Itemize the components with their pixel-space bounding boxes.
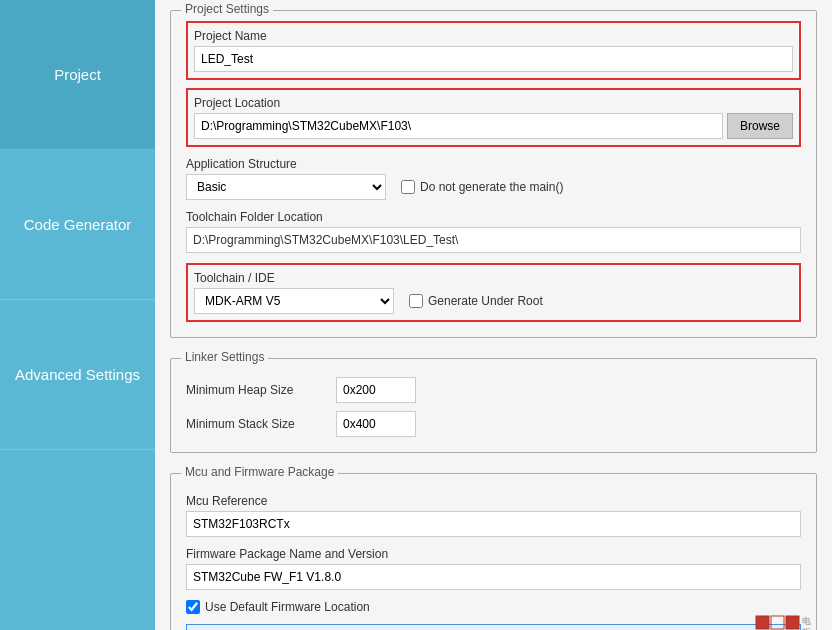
application-structure-group: Application Structure Basic Advanced Do … [186,157,801,200]
mcu-firmware-title: Mcu and Firmware Package [181,465,338,479]
application-structure-select[interactable]: Basic Advanced [186,174,386,200]
firmware-package-group: Firmware Package Name and Version [186,547,801,590]
toolchain-ide-label: Toolchain / IDE [194,271,793,285]
project-location-label: Project Location [194,96,793,110]
do-not-generate-checkbox-label[interactable]: Do not generate the main() [401,180,563,194]
toolchain-ide-row: MDK-ARM V5 MDK-ARM V4 EWARM SW4STM32 Tru… [194,288,793,314]
sidebar-item-label: Project [54,66,101,83]
sidebar-item-advanced-settings[interactable]: Advanced Settings [0,300,155,450]
svg-rect-1 [771,616,784,629]
sidebar-item-project[interactable]: Project [0,0,155,150]
toolchain-folder-group: Toolchain Folder Location [186,210,801,253]
min-stack-input[interactable] [336,411,416,437]
use-default-firmware-label[interactable]: Use Default Firmware Location [186,600,801,614]
sidebar-item-label: Code Generator [24,216,132,233]
do-not-generate-label: Do not generate the main() [420,180,563,194]
linker-settings-title: Linker Settings [181,350,268,364]
generate-under-root-text: Generate Under Root [428,294,543,308]
mcu-reference-group: Mcu Reference [186,494,801,537]
generate-under-root-label[interactable]: Generate Under Root [409,294,543,308]
project-settings-group: Project Settings Project Name Project Lo… [170,10,817,338]
generate-under-root-checkbox[interactable] [409,294,423,308]
application-structure-label: Application Structure [186,157,801,171]
firmware-package-label: Firmware Package Name and Version [186,547,801,561]
use-default-firmware-text: Use Default Firmware Location [205,600,370,614]
project-location-row: Browse [194,113,793,139]
do-not-generate-checkbox[interactable] [401,180,415,194]
mcu-reference-label: Mcu Reference [186,494,801,508]
project-location-highlighted: Project Location Browse [186,88,801,147]
toolchain-folder-input[interactable] [186,227,801,253]
watermark: 电板社区 [755,615,811,630]
watermark-text: 电板社区 [802,616,811,630]
use-default-firmware-group: Use Default Firmware Location [186,600,801,614]
sidebar: Project Code Generator Advanced Settings [0,0,155,630]
firmware-url-group [186,624,801,630]
linker-settings-group: Linker Settings Minimum Heap Size Minimu… [170,358,817,453]
application-structure-row: Basic Advanced Do not generate the main(… [186,174,801,200]
svg-rect-2 [786,616,799,629]
min-stack-label: Minimum Stack Size [186,417,326,431]
use-default-firmware-checkbox[interactable] [186,600,200,614]
toolchain-ide-select[interactable]: MDK-ARM V5 MDK-ARM V4 EWARM SW4STM32 Tru… [194,288,394,314]
mcu-firmware-group: Mcu and Firmware Package Mcu Reference F… [170,473,817,630]
project-name-highlighted: Project Name [186,21,801,80]
toolchain-ide-highlighted: Toolchain / IDE MDK-ARM V5 MDK-ARM V4 EW… [186,263,801,322]
min-heap-input[interactable] [336,377,416,403]
firmware-url-input[interactable] [186,624,801,630]
sidebar-item-code-generator[interactable]: Code Generator [0,150,155,300]
watermark-icon [755,615,800,630]
project-settings-title: Project Settings [181,2,273,16]
main-content: Project Settings Project Name Project Lo… [155,0,832,630]
project-name-input[interactable] [194,46,793,72]
sidebar-item-label: Advanced Settings [15,366,140,383]
browse-button[interactable]: Browse [727,113,793,139]
min-heap-label: Minimum Heap Size [186,383,326,397]
min-stack-row: Minimum Stack Size [186,411,801,437]
svg-rect-0 [756,616,769,629]
mcu-reference-input[interactable] [186,511,801,537]
firmware-package-input[interactable] [186,564,801,590]
project-name-label: Project Name [194,29,793,43]
min-heap-row: Minimum Heap Size [186,377,801,403]
toolchain-folder-label: Toolchain Folder Location [186,210,801,224]
project-location-input[interactable] [194,113,723,139]
